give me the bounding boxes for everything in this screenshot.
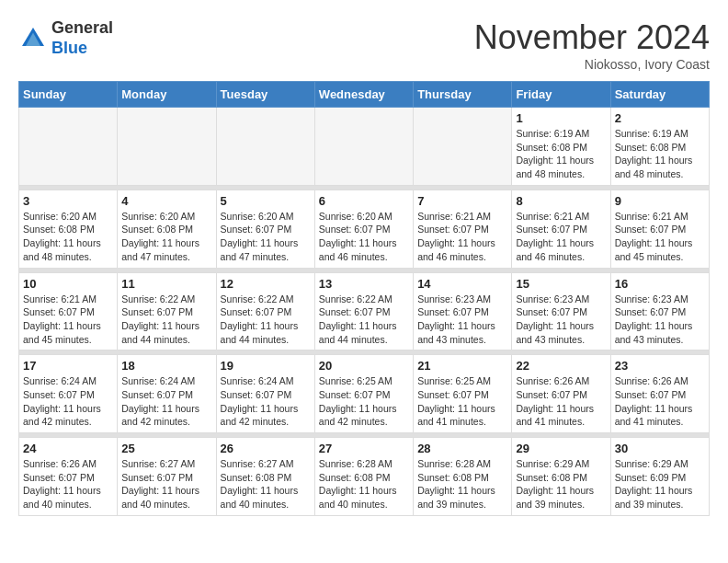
day-info: Sunrise: 6:23 AM Sunset: 6:07 PM Dayligh… <box>417 293 507 347</box>
day-info: Sunrise: 6:24 AM Sunset: 6:07 PM Dayligh… <box>221 374 311 429</box>
table-row: 18Sunrise: 6:24 AM Sunset: 6:07 PM Dayli… <box>118 355 216 433</box>
logo: General Blue <box>18 18 113 58</box>
table-row: 30Sunrise: 6:29 AM Sunset: 6:09 PM Dayli… <box>610 438 709 516</box>
day-number: 7 <box>417 194 507 208</box>
table-row: 14Sunrise: 6:23 AM Sunset: 6:07 PM Dayli… <box>414 272 512 350</box>
day-number: 12 <box>221 277 311 291</box>
table-row: 15Sunrise: 6:23 AM Sunset: 6:07 PM Dayli… <box>512 272 610 350</box>
day-info: Sunrise: 6:20 AM Sunset: 6:08 PM Dayligh… <box>121 210 211 264</box>
table-row: 12Sunrise: 6:22 AM Sunset: 6:07 PM Dayli… <box>216 272 314 350</box>
table-row: 1Sunrise: 6:19 AM Sunset: 6:08 PM Daylig… <box>512 108 610 186</box>
table-row <box>118 108 216 186</box>
calendar-table: Sunday Monday Tuesday Wednesday Thursday… <box>18 81 710 516</box>
table-row: 4Sunrise: 6:20 AM Sunset: 6:08 PM Daylig… <box>118 190 216 268</box>
table-row: 10Sunrise: 6:21 AM Sunset: 6:07 PM Dayli… <box>19 272 118 350</box>
table-row: 25Sunrise: 6:27 AM Sunset: 6:07 PM Dayli… <box>118 438 216 516</box>
calendar-week-4: 17Sunrise: 6:24 AM Sunset: 6:07 PM Dayli… <box>19 355 710 433</box>
day-number: 23 <box>615 359 705 373</box>
day-info: Sunrise: 6:29 AM Sunset: 6:09 PM Dayligh… <box>615 457 705 511</box>
table-row: 6Sunrise: 6:20 AM Sunset: 6:07 PM Daylig… <box>314 190 413 268</box>
table-row <box>414 108 512 186</box>
day-info: Sunrise: 6:20 AM Sunset: 6:07 PM Dayligh… <box>319 210 409 264</box>
day-number: 20 <box>319 359 409 373</box>
day-number: 6 <box>319 194 409 208</box>
day-number: 15 <box>516 277 606 291</box>
table-row: 22Sunrise: 6:26 AM Sunset: 6:07 PM Dayli… <box>512 355 610 433</box>
calendar-week-5: 24Sunrise: 6:26 AM Sunset: 6:07 PM Dayli… <box>19 438 710 516</box>
table-row: 16Sunrise: 6:23 AM Sunset: 6:07 PM Dayli… <box>610 272 709 350</box>
day-info: Sunrise: 6:23 AM Sunset: 6:07 PM Dayligh… <box>516 293 606 347</box>
day-number: 9 <box>615 194 705 208</box>
day-number: 5 <box>221 194 311 208</box>
table-row: 7Sunrise: 6:21 AM Sunset: 6:07 PM Daylig… <box>414 190 512 268</box>
day-number: 3 <box>23 194 113 208</box>
calendar-header-row: Sunday Monday Tuesday Wednesday Thursday… <box>19 82 710 108</box>
header-monday: Monday <box>118 82 216 108</box>
day-info: Sunrise: 6:22 AM Sunset: 6:07 PM Dayligh… <box>221 293 311 347</box>
table-row: 28Sunrise: 6:28 AM Sunset: 6:08 PM Dayli… <box>414 438 512 516</box>
day-info: Sunrise: 6:21 AM Sunset: 6:07 PM Dayligh… <box>417 210 507 264</box>
day-info: Sunrise: 6:26 AM Sunset: 6:07 PM Dayligh… <box>23 457 113 511</box>
day-info: Sunrise: 6:26 AM Sunset: 6:07 PM Dayligh… <box>615 374 705 429</box>
day-number: 25 <box>121 442 211 455</box>
logo-text: General Blue <box>51 18 113 58</box>
header-tuesday: Tuesday <box>216 82 314 108</box>
table-row <box>19 108 118 186</box>
day-info: Sunrise: 6:25 AM Sunset: 6:07 PM Dayligh… <box>319 374 409 429</box>
day-info: Sunrise: 6:28 AM Sunset: 6:08 PM Dayligh… <box>417 457 507 511</box>
day-number: 28 <box>417 442 507 455</box>
day-number: 11 <box>121 277 211 291</box>
day-number: 19 <box>221 359 311 373</box>
header-thursday: Thursday <box>414 82 512 108</box>
day-info: Sunrise: 6:21 AM Sunset: 6:07 PM Dayligh… <box>516 210 606 264</box>
table-row: 24Sunrise: 6:26 AM Sunset: 6:07 PM Dayli… <box>19 438 118 516</box>
month-title: November 2024 <box>474 18 710 57</box>
day-info: Sunrise: 6:25 AM Sunset: 6:07 PM Dayligh… <box>417 374 507 429</box>
day-number: 30 <box>615 442 705 455</box>
calendar-week-2: 3Sunrise: 6:20 AM Sunset: 6:08 PM Daylig… <box>19 190 710 268</box>
day-number: 22 <box>516 359 606 373</box>
day-info: Sunrise: 6:24 AM Sunset: 6:07 PM Dayligh… <box>121 374 211 429</box>
day-number: 27 <box>319 442 409 455</box>
day-number: 1 <box>516 111 606 125</box>
day-info: Sunrise: 6:27 AM Sunset: 6:08 PM Dayligh… <box>221 457 311 511</box>
day-info: Sunrise: 6:29 AM Sunset: 6:08 PM Dayligh… <box>516 457 606 511</box>
day-number: 24 <box>23 442 113 455</box>
table-row: 21Sunrise: 6:25 AM Sunset: 6:07 PM Dayli… <box>414 355 512 433</box>
day-info: Sunrise: 6:22 AM Sunset: 6:07 PM Dayligh… <box>319 293 409 347</box>
day-number: 29 <box>516 442 606 455</box>
day-info: Sunrise: 6:21 AM Sunset: 6:07 PM Dayligh… <box>23 293 113 347</box>
day-info: Sunrise: 6:28 AM Sunset: 6:08 PM Dayligh… <box>319 457 409 511</box>
day-info: Sunrise: 6:27 AM Sunset: 6:07 PM Dayligh… <box>121 457 211 511</box>
table-row: 20Sunrise: 6:25 AM Sunset: 6:07 PM Dayli… <box>314 355 413 433</box>
logo-general: General <box>51 18 113 37</box>
table-row: 17Sunrise: 6:24 AM Sunset: 6:07 PM Dayli… <box>19 355 118 433</box>
table-row: 5Sunrise: 6:20 AM Sunset: 6:07 PM Daylig… <box>216 190 314 268</box>
header-sunday: Sunday <box>19 82 118 108</box>
day-info: Sunrise: 6:23 AM Sunset: 6:07 PM Dayligh… <box>615 293 705 347</box>
day-number: 4 <box>121 194 211 208</box>
day-number: 2 <box>615 111 705 125</box>
day-number: 13 <box>319 277 409 291</box>
table-row <box>314 108 413 186</box>
header-saturday: Saturday <box>610 82 709 108</box>
calendar-week-3: 10Sunrise: 6:21 AM Sunset: 6:07 PM Dayli… <box>19 272 710 350</box>
table-row: 26Sunrise: 6:27 AM Sunset: 6:08 PM Dayli… <box>216 438 314 516</box>
table-row: 27Sunrise: 6:28 AM Sunset: 6:08 PM Dayli… <box>314 438 413 516</box>
table-row: 11Sunrise: 6:22 AM Sunset: 6:07 PM Dayli… <box>118 272 216 350</box>
table-row: 2Sunrise: 6:19 AM Sunset: 6:08 PM Daylig… <box>610 108 709 186</box>
day-number: 16 <box>615 277 705 291</box>
logo-icon <box>18 24 48 53</box>
day-info: Sunrise: 6:26 AM Sunset: 6:07 PM Dayligh… <box>516 374 606 429</box>
table-row: 3Sunrise: 6:20 AM Sunset: 6:08 PM Daylig… <box>19 190 118 268</box>
day-info: Sunrise: 6:24 AM Sunset: 6:07 PM Dayligh… <box>23 374 113 429</box>
day-info: Sunrise: 6:20 AM Sunset: 6:07 PM Dayligh… <box>221 210 311 264</box>
day-number: 10 <box>23 277 113 291</box>
table-row: 29Sunrise: 6:29 AM Sunset: 6:08 PM Dayli… <box>512 438 610 516</box>
table-row <box>216 108 314 186</box>
day-number: 14 <box>417 277 507 291</box>
day-number: 17 <box>23 359 113 373</box>
logo-blue: Blue <box>51 39 87 57</box>
location-subtitle: Niokosso, Ivory Coast <box>474 57 710 72</box>
calendar-week-1: 1Sunrise: 6:19 AM Sunset: 6:08 PM Daylig… <box>19 108 710 186</box>
